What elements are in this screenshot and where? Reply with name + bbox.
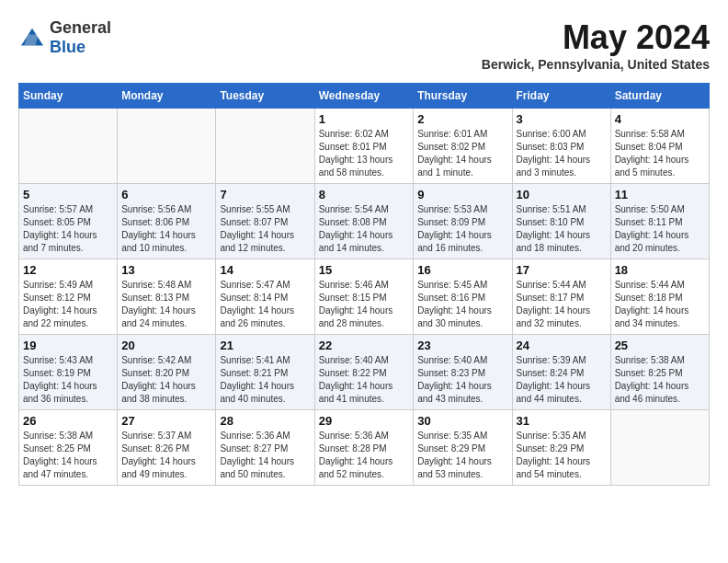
calendar-cell: 7Sunrise: 5:55 AMSunset: 8:07 PMDaylight…: [216, 184, 314, 259]
day-header-thursday: Thursday: [414, 84, 512, 109]
cell-info: Sunrise: 5:36 AMSunset: 8:27 PMDaylight:…: [220, 430, 310, 481]
calendar-cell: 17Sunrise: 5:44 AMSunset: 8:17 PMDayligh…: [512, 259, 610, 335]
cell-info: Sunrise: 5:55 AMSunset: 8:07 PMDaylight:…: [220, 203, 310, 255]
cell-info: Sunrise: 5:54 AMSunset: 8:08 PMDaylight:…: [319, 203, 410, 255]
cell-day-number: 24: [517, 339, 607, 352]
calendar-cell: 29Sunrise: 5:36 AMSunset: 8:28 PMDayligh…: [314, 410, 414, 486]
cell-info: Sunrise: 5:39 AMSunset: 8:24 PMDaylight:…: [517, 354, 607, 406]
calendar-cell: 22Sunrise: 5:40 AMSunset: 8:22 PMDayligh…: [314, 335, 414, 410]
calendar-cell: 19Sunrise: 5:43 AMSunset: 8:19 PMDayligh…: [19, 335, 118, 410]
cell-day-number: 26: [23, 414, 113, 428]
cell-info: Sunrise: 5:38 AMSunset: 8:25 PMDaylight:…: [23, 430, 113, 481]
cell-info: Sunrise: 5:46 AMSunset: 8:15 PMDaylight:…: [319, 279, 410, 330]
cell-info: Sunrise: 5:37 AMSunset: 8:26 PMDaylight:…: [121, 430, 211, 481]
calendar-cell: 11Sunrise: 5:50 AMSunset: 8:11 PMDayligh…: [610, 184, 709, 259]
calendar-cell: 16Sunrise: 5:45 AMSunset: 8:16 PMDayligh…: [414, 259, 512, 335]
cell-day-number: 11: [615, 188, 705, 201]
cell-info: Sunrise: 5:51 AMSunset: 8:10 PMDaylight:…: [517, 203, 607, 255]
day-header-friday: Friday: [512, 84, 610, 109]
calendar-cell: 1Sunrise: 6:02 AMSunset: 8:01 PMDaylight…: [314, 109, 414, 184]
day-header-wednesday: Wednesday: [314, 84, 414, 109]
calendar-cell: 8Sunrise: 5:54 AMSunset: 8:08 PMDaylight…: [314, 184, 414, 259]
location-subtitle: Berwick, Pennsylvania, United States: [482, 57, 710, 72]
calendar-week-row: 1Sunrise: 6:02 AMSunset: 8:01 PMDaylight…: [19, 109, 710, 184]
cell-info: Sunrise: 6:00 AMSunset: 8:03 PMDaylight:…: [517, 128, 607, 179]
calendar-header-row: SundayMondayTuesdayWednesdayThursdayFrid…: [19, 84, 710, 109]
cell-info: Sunrise: 5:56 AMSunset: 8:06 PMDaylight:…: [121, 203, 211, 255]
cell-info: Sunrise: 5:40 AMSunset: 8:23 PMDaylight:…: [417, 354, 507, 406]
cell-info: Sunrise: 5:57 AMSunset: 8:05 PMDaylight:…: [23, 203, 113, 255]
cell-day-number: 25: [615, 339, 705, 352]
calendar-cell: 20Sunrise: 5:42 AMSunset: 8:20 PMDayligh…: [118, 335, 216, 410]
cell-day-number: 9: [417, 188, 507, 201]
day-header-sunday: Sunday: [19, 84, 118, 109]
calendar-cell: 23Sunrise: 5:40 AMSunset: 8:23 PMDayligh…: [414, 335, 512, 410]
calendar-week-row: 26Sunrise: 5:38 AMSunset: 8:25 PMDayligh…: [19, 410, 710, 486]
cell-day-number: 30: [417, 414, 507, 428]
cell-day-number: 21: [220, 339, 310, 352]
month-title: May 2024: [482, 18, 710, 57]
cell-info: Sunrise: 5:41 AMSunset: 8:21 PMDaylight:…: [220, 354, 310, 406]
calendar-cell: 5Sunrise: 5:57 AMSunset: 8:05 PMDaylight…: [19, 184, 118, 259]
cell-info: Sunrise: 5:44 AMSunset: 8:18 PMDaylight:…: [615, 279, 705, 330]
cell-info: Sunrise: 5:58 AMSunset: 8:04 PMDaylight:…: [615, 128, 705, 179]
calendar-table: SundayMondayTuesdayWednesdayThursdayFrid…: [18, 83, 710, 486]
logo-general: General: [50, 18, 111, 37]
calendar-cell: 27Sunrise: 5:37 AMSunset: 8:26 PMDayligh…: [118, 410, 216, 486]
calendar-cell: 18Sunrise: 5:44 AMSunset: 8:18 PMDayligh…: [610, 259, 709, 335]
calendar-cell: 3Sunrise: 6:00 AMSunset: 8:03 PMDaylight…: [512, 109, 610, 184]
calendar-cell: 24Sunrise: 5:39 AMSunset: 8:24 PMDayligh…: [512, 335, 610, 410]
calendar-cell: 26Sunrise: 5:38 AMSunset: 8:25 PMDayligh…: [19, 410, 118, 486]
cell-info: Sunrise: 5:49 AMSunset: 8:12 PMDaylight:…: [23, 279, 113, 330]
calendar-cell: 6Sunrise: 5:56 AMSunset: 8:06 PMDaylight…: [118, 184, 216, 259]
calendar-cell: 30Sunrise: 5:35 AMSunset: 8:29 PMDayligh…: [414, 410, 512, 486]
calendar-cell: 31Sunrise: 5:35 AMSunset: 8:29 PMDayligh…: [512, 410, 610, 486]
cell-info: Sunrise: 5:53 AMSunset: 8:09 PMDaylight:…: [417, 203, 507, 255]
cell-day-number: 8: [319, 188, 410, 201]
calendar-cell: 25Sunrise: 5:38 AMSunset: 8:25 PMDayligh…: [610, 335, 709, 410]
calendar-cell: 13Sunrise: 5:48 AMSunset: 8:13 PMDayligh…: [118, 259, 216, 335]
cell-info: Sunrise: 5:38 AMSunset: 8:25 PMDaylight:…: [615, 354, 705, 406]
calendar-week-row: 12Sunrise: 5:49 AMSunset: 8:12 PMDayligh…: [19, 259, 710, 335]
cell-info: Sunrise: 5:48 AMSunset: 8:13 PMDaylight:…: [121, 279, 211, 330]
calendar-cell: [19, 109, 118, 184]
cell-day-number: 5: [23, 188, 113, 201]
cell-day-number: 28: [220, 414, 310, 428]
page-header: General Blue May 2024 Berwick, Pennsylva…: [18, 18, 710, 72]
calendar-cell: 15Sunrise: 5:46 AMSunset: 8:15 PMDayligh…: [314, 259, 414, 335]
calendar-cell: 4Sunrise: 5:58 AMSunset: 8:04 PMDaylight…: [610, 109, 709, 184]
cell-info: Sunrise: 5:45 AMSunset: 8:16 PMDaylight:…: [417, 279, 507, 330]
cell-day-number: 17: [517, 263, 607, 277]
cell-info: Sunrise: 6:01 AMSunset: 8:02 PMDaylight:…: [417, 128, 507, 179]
calendar-week-row: 5Sunrise: 5:57 AMSunset: 8:05 PMDaylight…: [19, 184, 710, 259]
cell-info: Sunrise: 5:47 AMSunset: 8:14 PMDaylight:…: [220, 279, 310, 330]
day-header-monday: Monday: [118, 84, 216, 109]
cell-info: Sunrise: 5:35 AMSunset: 8:29 PMDaylight:…: [517, 430, 607, 481]
cell-day-number: 22: [319, 339, 410, 352]
cell-day-number: 16: [417, 263, 507, 277]
calendar-cell: 12Sunrise: 5:49 AMSunset: 8:12 PMDayligh…: [19, 259, 118, 335]
cell-day-number: 15: [319, 263, 410, 277]
cell-info: Sunrise: 5:43 AMSunset: 8:19 PMDaylight:…: [23, 354, 113, 406]
cell-day-number: 7: [220, 188, 310, 201]
cell-info: Sunrise: 5:42 AMSunset: 8:20 PMDaylight:…: [121, 354, 211, 406]
logo-icon: [18, 27, 46, 49]
calendar-cell: 14Sunrise: 5:47 AMSunset: 8:14 PMDayligh…: [216, 259, 314, 335]
cell-info: Sunrise: 5:36 AMSunset: 8:28 PMDaylight:…: [319, 430, 410, 481]
calendar-cell: [610, 410, 709, 486]
calendar-cell: [118, 109, 216, 184]
day-header-saturday: Saturday: [610, 84, 709, 109]
calendar-cell: 9Sunrise: 5:53 AMSunset: 8:09 PMDaylight…: [414, 184, 512, 259]
cell-day-number: 3: [517, 112, 607, 126]
title-area: May 2024 Berwick, Pennsylvania, United S…: [482, 18, 710, 72]
cell-info: Sunrise: 5:50 AMSunset: 8:11 PMDaylight:…: [615, 203, 705, 255]
logo-blue: Blue: [50, 38, 85, 56]
calendar-week-row: 19Sunrise: 5:43 AMSunset: 8:19 PMDayligh…: [19, 335, 710, 410]
calendar-cell: 21Sunrise: 5:41 AMSunset: 8:21 PMDayligh…: [216, 335, 314, 410]
cell-day-number: 31: [517, 414, 607, 428]
logo: General Blue: [18, 18, 111, 57]
calendar-cell: [216, 109, 314, 184]
cell-day-number: 10: [517, 188, 607, 201]
cell-day-number: 2: [417, 112, 507, 126]
cell-day-number: 1: [319, 112, 410, 126]
